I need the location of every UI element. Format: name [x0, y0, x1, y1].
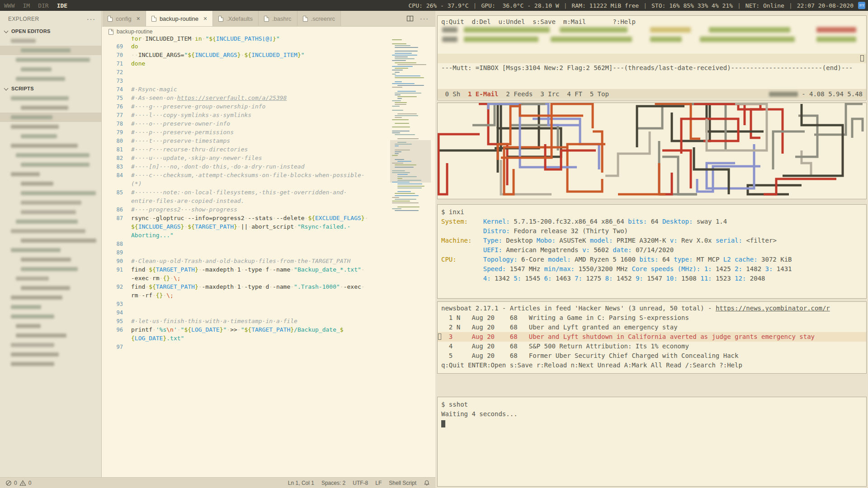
- file-list-item[interactable]: [0, 283, 101, 293]
- file-list-item[interactable]: [0, 331, 101, 340]
- code-line[interactable]: 86#····progress2···show·progress: [102, 205, 435, 214]
- code-line[interactable]: 78#····o···preserve·owner·info: [102, 119, 435, 128]
- code-line[interactable]: {LOG_DATE}.txt": [102, 334, 435, 343]
- file-list-item[interactable]: [0, 131, 101, 141]
- code-line[interactable]: 79#····p···preserve·permissions: [102, 128, 435, 136]
- workspace-ide[interactable]: IDE: [53, 2, 71, 9]
- mutt-selected-mail[interactable]: 3104 - 20.08.2020. (05:17) Matrix Notifi…: [438, 54, 866, 63]
- code-line[interactable]: 69do: [102, 42, 435, 51]
- file-list-item[interactable]: [0, 36, 101, 46]
- code-line[interactable]: 71done: [102, 59, 435, 68]
- file-list-item[interactable]: [0, 217, 101, 226]
- code-line[interactable]: 72: [102, 68, 435, 76]
- section-open-editors[interactable]: OPEN EDITORS: [0, 26, 101, 36]
- file-list-item[interactable]: [0, 122, 101, 131]
- code-line[interactable]: rm·-rf·{}·\;: [102, 291, 435, 300]
- code-line[interactable]: (*): [102, 179, 435, 188]
- breadcrumb[interactable]: backup-routine: [102, 27, 435, 37]
- file-list-item[interactable]: [0, 74, 101, 84]
- code-line[interactable]: -exec·rm·{}·\;: [102, 274, 435, 282]
- file-list-item[interactable]: [0, 302, 101, 312]
- explorer-actions-icon[interactable]: ···: [87, 15, 96, 23]
- code-line[interactable]: 70··INCLUDE_ARGS="${INCLUDE_ARGS}·${INCL…: [102, 51, 435, 59]
- file-list-item[interactable]: [0, 46, 101, 55]
- terminal-pane-inxi[interactable]: $ inxi System: Kernel: 5.7.15-200.fc32.x…: [437, 204, 867, 299]
- code-line[interactable]: for·INCLUDED_ITEM·in·"${INCLUDE_PATHS[@]…: [102, 37, 435, 42]
- code-line[interactable]: 84#····c···checksum,·attempt·checksums·o…: [102, 171, 435, 179]
- code-line[interactable]: 85#········note:·on·local·filesystems,·t…: [102, 188, 435, 197]
- code-line[interactable]: 73: [102, 76, 435, 85]
- section-scripts[interactable]: SCRIPTS: [0, 84, 101, 94]
- code-line[interactable]: ${INCLUDE_ARGS}·${TARGET_PATH}·||·abort_…: [102, 222, 435, 231]
- code-line[interactable]: 97: [102, 343, 435, 351]
- terminal-pane-newsboat[interactable]: newsboat 2.17.1 - Articles in feed 'Hack…: [437, 301, 867, 374]
- file-list-item[interactable]: [0, 150, 101, 160]
- file-list-item[interactable]: [0, 188, 101, 198]
- code-line[interactable]: 80#····t···preserve·timestamps: [102, 136, 435, 145]
- code-line[interactable]: 90#·Clean·up·old·Trash·and·old·backup·fi…: [102, 257, 435, 265]
- file-list-item[interactable]: [0, 55, 101, 65]
- code-line[interactable]: 91find·${TARGET_PATH}·-maxdepth·1·-type·…: [102, 265, 435, 274]
- file-list-item[interactable]: [0, 264, 101, 274]
- file-list-item[interactable]: [0, 179, 101, 188]
- feed-url-link[interactable]: https://news.ycombinator.com/r: [716, 305, 830, 312]
- tab-screenrc[interactable]: .screenrc: [297, 11, 341, 26]
- article-row[interactable]: 5 Aug 20 68 Former Uber Security Chief C…: [438, 351, 866, 361]
- statusbar-item[interactable]: LF: [375, 480, 382, 486]
- file-list-item[interactable]: [0, 160, 101, 169]
- statusbar-item[interactable]: UTF-8: [353, 480, 368, 486]
- file-list-item[interactable]: [0, 65, 101, 74]
- workspace-www[interactable]: WWW: [0, 2, 19, 9]
- code-line[interactable]: 81#····r···recurse·thru·directories: [102, 145, 435, 154]
- code-line[interactable]: 74#·Rsync·magic: [102, 85, 435, 94]
- code-line[interactable]: 89: [102, 248, 435, 257]
- terminal-pane-mutt[interactable]: q:Quit d:Del u:Undel s:Save m:Mail ?:Hel…: [437, 15, 867, 100]
- file-list-item[interactable]: [0, 274, 101, 283]
- terminal-pane-pipes[interactable]: [437, 103, 867, 199]
- code-line[interactable]: entire·files·are·copied·instead.: [102, 197, 435, 205]
- file-list-item[interactable]: [0, 350, 101, 359]
- tab-bashrc[interactable]: .bashrc: [259, 11, 297, 26]
- terminal-pane-shell[interactable]: $ sshot Waiting 4 seconds...: [437, 397, 867, 487]
- statusbar-item[interactable]: Shell Script: [389, 480, 416, 486]
- workspace-im[interactable]: IM: [19, 2, 34, 9]
- code-line[interactable]: Aborting...": [102, 231, 435, 239]
- code-line[interactable]: 82#····u···update,·skip·any·newer·files: [102, 154, 435, 162]
- editor-actions-icon[interactable]: ···: [420, 15, 429, 22]
- code-line[interactable]: 88: [102, 239, 435, 248]
- file-list-item[interactable]: [0, 226, 101, 236]
- article-row[interactable]: 1 N Aug 20 68 Writing a Game in C: Parsi…: [438, 313, 866, 323]
- code-line[interactable]: 93: [102, 300, 435, 308]
- tab-close-icon[interactable]: ×: [202, 15, 207, 22]
- file-list-item[interactable]: [0, 94, 101, 103]
- code-editor[interactable]: for·INCLUDED_ITEM·in·"${INCLUDE_PATHS[@]…: [102, 37, 435, 477]
- bell-icon[interactable]: [424, 480, 430, 486]
- code-line[interactable]: 96printf·'%s\n'·"${LOG_DATE}"·>>·"${TARG…: [102, 325, 435, 334]
- file-list-item[interactable]: [0, 198, 101, 207]
- code-line[interactable]: 94: [102, 308, 435, 317]
- file-list-item[interactable]: [0, 321, 101, 331]
- file-list-item[interactable]: [0, 359, 101, 369]
- code-line[interactable]: 92find·${TARGET_PATH}·-maxdepth·1·-type·…: [102, 282, 435, 291]
- statusbar-item[interactable]: Ln 1, Col 1: [288, 480, 314, 486]
- article-row[interactable]: 4 Aug 20 68 S&P 500 Return Attribution: …: [438, 342, 866, 351]
- file-list-item[interactable]: [0, 236, 101, 245]
- tab-close-icon[interactable]: ×: [135, 15, 140, 22]
- file-list-item[interactable]: [0, 255, 101, 264]
- minimap[interactable]: [392, 37, 429, 217]
- tab-Xdefaults[interactable]: .Xdefaults: [213, 11, 259, 26]
- article-row[interactable]: 2 N Aug 20 68 Uber and Lyft granted an e…: [438, 323, 866, 332]
- code-line[interactable]: 87rsync·-gloptruc·--info=progress2·--sta…: [102, 214, 435, 222]
- file-list-item[interactable]: [0, 340, 101, 350]
- statusbar-item[interactable]: Spaces: 2: [321, 480, 345, 486]
- split-editor-icon[interactable]: [406, 15, 414, 22]
- problems-indicator[interactable]: 0 0: [5, 480, 31, 486]
- workspace-dir[interactable]: DIR: [34, 2, 52, 9]
- file-list-item[interactable]: [0, 103, 101, 113]
- code-line[interactable]: 95#·let·us·finish·this·with·a·timestamp·…: [102, 317, 435, 325]
- file-list-item[interactable]: [0, 245, 101, 255]
- tab-config[interactable]: config×: [102, 11, 146, 26]
- code-line[interactable]: 76#····g···preserve·group·ownership·info: [102, 102, 435, 111]
- code-line[interactable]: 83#····[n]···no,·dont·do·this,·do·a·dry·…: [102, 162, 435, 171]
- file-list-item[interactable]: [0, 312, 101, 321]
